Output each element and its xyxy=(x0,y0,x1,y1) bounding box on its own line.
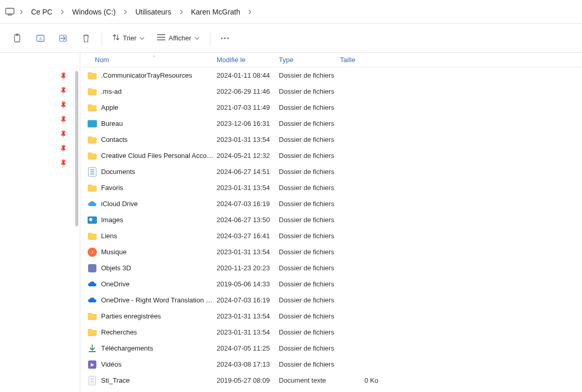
sidebar-item[interactable]: 36) xyxy=(0,342,73,350)
file-row[interactable]: .ms-ad 2022-06-29 11:46 Dossier de fichi… xyxy=(80,83,582,99)
column-header-type[interactable]: Type xyxy=(279,56,340,64)
file-name: OneDrive - Right Word Translation Servic… xyxy=(101,296,217,304)
view-button[interactable]: Afficher xyxy=(152,29,205,48)
chevron-down-icon xyxy=(139,34,145,42)
rename-button[interactable]: A xyxy=(30,29,51,48)
column-header-modified[interactable]: Modifié le xyxy=(217,56,279,64)
breadcrumb-item[interactable]: Karen McGrath xyxy=(188,6,244,18)
onedrive-icon xyxy=(88,296,97,305)
toolbar-divider xyxy=(210,31,210,46)
view-label: Afficher xyxy=(168,34,191,42)
column-headers: Nom ˄ Modifié le Type Taille xyxy=(80,53,582,67)
file-type: Dossier de fichiers xyxy=(279,328,340,336)
file-name: .CommunicatorTrayResources xyxy=(101,71,192,79)
file-name: Contacts xyxy=(101,136,127,143)
file-row[interactable]: Favoris 2023-01-31 13:54 Dossier de fich… xyxy=(80,180,582,196)
file-size: 0 Ko xyxy=(340,376,381,384)
desktop-icon xyxy=(88,119,97,128)
file-row[interactable]: Documents 2024-06-27 14:51 Dossier de fi… xyxy=(80,164,582,180)
more-button[interactable] xyxy=(216,29,234,48)
share-button[interactable] xyxy=(53,29,74,48)
file-modified: 2024-05-21 12:32 xyxy=(217,152,279,159)
chevron-right-icon[interactable] xyxy=(18,9,25,14)
this-pc-icon[interactable] xyxy=(5,8,15,16)
breadcrumb-item[interactable]: Ce PC xyxy=(28,6,55,18)
pin-icon: 📌 xyxy=(58,158,68,168)
file-row[interactable]: Images 2024-06-27 13:50 Dossier de fichi… xyxy=(80,212,582,228)
sort-button[interactable]: Trier xyxy=(107,29,150,48)
txt-icon xyxy=(88,376,97,385)
file-name: Recherches xyxy=(101,328,137,336)
sidebar-scrollbar[interactable] xyxy=(75,71,78,226)
file-row[interactable]: Contacts 2023-01-31 13:54 Dossier de fic… xyxy=(80,132,582,148)
file-row[interactable]: ▶ Vidéos 2024-03-08 17:13 Dossier de fic… xyxy=(80,356,582,372)
file-name: .ms-ad xyxy=(101,88,122,95)
file-type: Dossier de fichiers xyxy=(279,312,340,320)
toolbar-divider xyxy=(102,31,102,46)
sort-label: Trier xyxy=(123,34,136,42)
chevron-right-icon[interactable] xyxy=(59,9,66,14)
folder-icon xyxy=(88,183,97,193)
sidebar-item[interactable]: 252 xyxy=(0,358,73,366)
breadcrumb-item[interactable]: Windows (C:) xyxy=(69,6,119,18)
file-type: Dossier de fichiers xyxy=(279,120,340,127)
file-row[interactable]: Sti_Trace 2019-05-27 08:09 Document text… xyxy=(80,372,582,388)
chevron-right-icon[interactable] xyxy=(178,9,185,14)
breadcrumb-item[interactable]: Utilisateurs xyxy=(132,6,174,18)
file-name: Vidéos xyxy=(101,360,122,368)
file-type: Dossier de fichiers xyxy=(279,296,340,304)
file-row[interactable]: Téléchargements 2024-07-05 11:25 Dossier… xyxy=(80,340,582,356)
column-header-name[interactable]: Nom ˄ xyxy=(80,56,217,64)
file-row[interactable]: Creative Cloud Files Personal Account k.… xyxy=(80,148,582,164)
file-type: Dossier de fichiers xyxy=(279,136,340,143)
file-type: Dossier de fichiers xyxy=(279,104,340,111)
sidebar-item[interactable]: Account kmcgrath@rwts xyxy=(0,258,73,266)
svg-rect-0 xyxy=(6,8,14,14)
file-modified: 2023-01-31 13:54 xyxy=(217,136,279,143)
navigation-pane[interactable]: 📌 📌 📌 📌 📌 📌 📌 tion Safety Magazine - Ju … xyxy=(0,53,80,392)
file-name: Apple xyxy=(101,104,118,111)
file-row[interactable]: Liens 2024-03-27 16:41 Dossier de fichie… xyxy=(80,228,582,244)
file-name: Bureau xyxy=(101,120,123,127)
file-type: Dossier de fichiers xyxy=(279,200,340,208)
file-row[interactable]: OneDrive 2019-05-06 14:33 Dossier de fic… xyxy=(80,276,582,292)
video-icon: ▶ xyxy=(88,360,97,369)
file-row[interactable]: Bureau 2023-12-06 16:31 Dossier de fichi… xyxy=(80,115,582,132)
file-row[interactable]: ♪ Musique 2023-01-31 13:54 Dossier de fi… xyxy=(80,244,582,260)
chevron-right-icon[interactable] xyxy=(246,9,253,14)
breadcrumb[interactable]: Ce PC Windows (C:) Utilisateurs Karen Mc… xyxy=(0,0,582,24)
file-name: iCloud Drive xyxy=(101,200,138,208)
file-list[interactable]: Nom ˄ Modifié le Type Taille .Communicat… xyxy=(80,53,582,392)
folder-icon xyxy=(88,312,97,321)
file-row[interactable]: Recherches 2023-01-31 13:54 Dossier de f… xyxy=(80,324,582,340)
paste-button[interactable] xyxy=(7,29,28,48)
pin-icon: 📌 xyxy=(58,143,68,154)
music-icon: ♪ xyxy=(88,248,97,257)
file-type: Dossier de fichiers xyxy=(279,168,340,176)
file-row[interactable]: Objets 3D 2020-11-23 20:23 Dossier de fi… xyxy=(80,260,582,276)
onedrive-icon xyxy=(88,280,97,289)
file-row[interactable]: .CommunicatorTrayResources 2024-01-11 08… xyxy=(80,67,582,83)
file-type: Dossier de fichiers xyxy=(279,248,340,256)
file-name: OneDrive xyxy=(101,280,130,288)
folder-icon xyxy=(88,87,97,96)
file-modified: 2024-03-08 17:13 xyxy=(217,360,279,368)
svg-text:A: A xyxy=(39,36,42,41)
file-row[interactable]: OneDrive - Right Word Translation Servic… xyxy=(80,292,582,308)
file-row[interactable]: iCloud Drive 2024-07-03 16:19 Dossier de… xyxy=(80,196,582,212)
folder-icon xyxy=(88,135,97,144)
view-list-icon xyxy=(157,34,165,42)
toolbar: A Trier Afficher xyxy=(0,24,582,53)
sort-indicator-icon: ˄ xyxy=(153,55,155,61)
file-modified: 2021-07-03 11:49 xyxy=(217,104,279,111)
obj3d-icon xyxy=(88,264,97,273)
chevron-right-icon[interactable] xyxy=(122,9,129,14)
sidebar-item[interactable]: tion Safety Magazine - Ju xyxy=(0,227,73,235)
file-row[interactable]: Parties enregistrées 2023-01-31 13:54 Do… xyxy=(80,308,582,324)
file-name: Objets 3D xyxy=(101,264,131,272)
column-header-size[interactable]: Taille xyxy=(340,56,381,64)
delete-button[interactable] xyxy=(76,29,96,48)
file-type: Dossier de fichiers xyxy=(279,264,340,272)
file-row[interactable]: Apple 2021-07-03 11:49 Dossier de fichie… xyxy=(80,99,582,115)
svg-point-9 xyxy=(228,37,229,39)
